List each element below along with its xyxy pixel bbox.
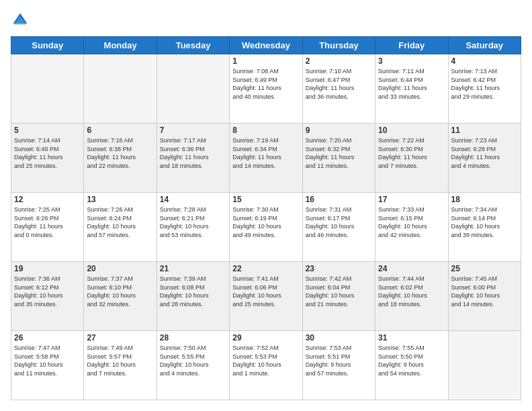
day-number: 29 (232, 333, 299, 342)
day-number: 25 (451, 264, 518, 273)
weekday-header: Tuesday (157, 37, 229, 54)
day-number: 23 (306, 264, 372, 273)
day-number: 14 (160, 195, 226, 204)
day-info: Sunrise: 7:50 AM Sunset: 5:55 PM Dayligh… (160, 344, 226, 377)
day-info: Sunrise: 7:44 AM Sunset: 6:02 PM Dayligh… (378, 275, 445, 308)
calendar-cell (11, 54, 84, 124)
day-number: 17 (378, 195, 445, 204)
calendar-cell: 13Sunrise: 7:26 AM Sunset: 6:24 PM Dayli… (84, 193, 157, 262)
calendar-cell: 7Sunrise: 7:17 AM Sunset: 6:36 PM Daylig… (157, 124, 229, 193)
day-number: 12 (14, 195, 81, 204)
day-number: 8 (232, 126, 299, 135)
weekday-header: Wednesday (230, 37, 302, 54)
day-number: 20 (87, 264, 153, 273)
day-info: Sunrise: 7:28 AM Sunset: 6:21 PM Dayligh… (160, 205, 226, 239)
calendar-cell: 21Sunrise: 7:39 AM Sunset: 6:08 PM Dayli… (157, 262, 229, 331)
calendar-cell: 25Sunrise: 7:45 AM Sunset: 6:00 PM Dayli… (448, 262, 521, 331)
day-info: Sunrise: 7:08 AM Sunset: 6:49 PM Dayligh… (232, 67, 299, 101)
calendar-cell: 26Sunrise: 7:47 AM Sunset: 5:58 PM Dayli… (11, 331, 84, 400)
day-info: Sunrise: 7:39 AM Sunset: 6:08 PM Dayligh… (160, 275, 226, 308)
day-info: Sunrise: 7:52 AM Sunset: 5:53 PM Dayligh… (232, 344, 299, 377)
day-number: 3 (378, 56, 445, 66)
day-info: Sunrise: 7:16 AM Sunset: 6:38 PM Dayligh… (87, 136, 153, 170)
calendar-cell (157, 54, 229, 124)
day-number: 13 (87, 195, 153, 204)
day-info: Sunrise: 7:49 AM Sunset: 5:57 PM Dayligh… (87, 344, 153, 377)
calendar-cell: 5Sunrise: 7:14 AM Sunset: 6:40 PM Daylig… (11, 124, 84, 193)
calendar-cell: 27Sunrise: 7:49 AM Sunset: 5:57 PM Dayli… (84, 331, 157, 400)
header (11, 11, 521, 30)
day-number: 11 (451, 126, 518, 135)
day-number: 24 (378, 264, 445, 273)
day-info: Sunrise: 7:45 AM Sunset: 6:00 PM Dayligh… (451, 275, 518, 308)
day-number: 1 (232, 56, 299, 66)
calendar-cell: 18Sunrise: 7:34 AM Sunset: 6:14 PM Dayli… (448, 193, 521, 262)
calendar-table: SundayMondayTuesdayWednesdayThursdayFrid… (11, 36, 521, 400)
calendar-cell: 16Sunrise: 7:31 AM Sunset: 6:17 PM Dayli… (302, 193, 375, 262)
day-info: Sunrise: 7:47 AM Sunset: 5:58 PM Dayligh… (14, 344, 81, 377)
day-number: 21 (160, 264, 226, 273)
calendar-cell: 3Sunrise: 7:11 AM Sunset: 6:44 PM Daylig… (375, 54, 448, 124)
day-number: 5 (14, 126, 81, 135)
day-number: 19 (14, 264, 81, 273)
calendar-cell: 19Sunrise: 7:36 AM Sunset: 6:12 PM Dayli… (11, 262, 84, 331)
day-number: 26 (14, 333, 81, 342)
calendar-cell: 12Sunrise: 7:25 AM Sunset: 6:26 PM Dayli… (11, 193, 84, 262)
calendar-cell: 1Sunrise: 7:08 AM Sunset: 6:49 PM Daylig… (230, 54, 302, 124)
calendar-cell: 9Sunrise: 7:20 AM Sunset: 6:32 PM Daylig… (302, 124, 375, 193)
day-info: Sunrise: 7:37 AM Sunset: 6:10 PM Dayligh… (87, 275, 153, 308)
day-number: 7 (160, 126, 226, 135)
calendar-cell: 22Sunrise: 7:41 AM Sunset: 6:06 PM Dayli… (230, 262, 302, 331)
day-number: 4 (451, 56, 518, 66)
day-info: Sunrise: 7:55 AM Sunset: 5:50 PM Dayligh… (378, 344, 445, 377)
calendar-cell (84, 54, 157, 124)
day-number: 27 (87, 333, 153, 342)
day-info: Sunrise: 7:17 AM Sunset: 6:36 PM Dayligh… (160, 136, 226, 170)
day-number: 28 (160, 333, 226, 342)
logo (11, 11, 32, 30)
day-number: 9 (306, 126, 372, 135)
day-info: Sunrise: 7:42 AM Sunset: 6:04 PM Dayligh… (306, 275, 372, 308)
calendar-cell: 2Sunrise: 7:10 AM Sunset: 6:47 PM Daylig… (302, 54, 375, 124)
day-info: Sunrise: 7:22 AM Sunset: 6:30 PM Dayligh… (378, 136, 445, 170)
day-info: Sunrise: 7:23 AM Sunset: 6:28 PM Dayligh… (451, 136, 518, 170)
day-info: Sunrise: 7:25 AM Sunset: 6:26 PM Dayligh… (14, 205, 81, 239)
calendar-cell: 23Sunrise: 7:42 AM Sunset: 6:04 PM Dayli… (302, 262, 375, 331)
calendar-cell: 24Sunrise: 7:44 AM Sunset: 6:02 PM Dayli… (375, 262, 448, 331)
calendar-cell: 6Sunrise: 7:16 AM Sunset: 6:38 PM Daylig… (84, 124, 157, 193)
day-number: 15 (232, 195, 299, 204)
calendar-cell: 31Sunrise: 7:55 AM Sunset: 5:50 PM Dayli… (375, 331, 448, 400)
calendar-cell: 17Sunrise: 7:33 AM Sunset: 6:15 PM Dayli… (375, 193, 448, 262)
day-info: Sunrise: 7:31 AM Sunset: 6:17 PM Dayligh… (306, 205, 372, 239)
day-number: 31 (378, 333, 445, 342)
weekday-header: Sunday (11, 37, 84, 54)
day-number: 30 (306, 333, 372, 342)
day-number: 10 (378, 126, 445, 135)
day-info: Sunrise: 7:34 AM Sunset: 6:14 PM Dayligh… (451, 205, 518, 239)
day-number: 16 (306, 195, 372, 204)
day-number: 18 (451, 195, 518, 204)
day-info: Sunrise: 7:13 AM Sunset: 6:42 PM Dayligh… (451, 67, 518, 101)
day-info: Sunrise: 7:33 AM Sunset: 6:15 PM Dayligh… (378, 205, 445, 239)
day-number: 22 (232, 264, 299, 273)
day-info: Sunrise: 7:20 AM Sunset: 6:32 PM Dayligh… (306, 136, 372, 170)
day-info: Sunrise: 7:53 AM Sunset: 5:51 PM Dayligh… (306, 344, 372, 377)
calendar-cell: 4Sunrise: 7:13 AM Sunset: 6:42 PM Daylig… (448, 54, 521, 124)
day-number: 6 (87, 126, 153, 135)
page: SundayMondayTuesdayWednesdayThursdayFrid… (0, 0, 532, 411)
calendar-cell: 8Sunrise: 7:19 AM Sunset: 6:34 PM Daylig… (230, 124, 302, 193)
day-info: Sunrise: 7:19 AM Sunset: 6:34 PM Dayligh… (232, 136, 299, 170)
calendar-cell: 30Sunrise: 7:53 AM Sunset: 5:51 PM Dayli… (302, 331, 375, 400)
calendar-cell: 14Sunrise: 7:28 AM Sunset: 6:21 PM Dayli… (157, 193, 229, 262)
calendar-cell (448, 331, 521, 400)
day-info: Sunrise: 7:41 AM Sunset: 6:06 PM Dayligh… (232, 275, 299, 308)
calendar-cell: 11Sunrise: 7:23 AM Sunset: 6:28 PM Dayli… (448, 124, 521, 193)
calendar-cell: 20Sunrise: 7:37 AM Sunset: 6:10 PM Dayli… (84, 262, 157, 331)
weekday-header: Friday (375, 37, 448, 54)
weekday-header: Monday (84, 37, 157, 54)
day-info: Sunrise: 7:36 AM Sunset: 6:12 PM Dayligh… (14, 275, 81, 308)
day-info: Sunrise: 7:11 AM Sunset: 6:44 PM Dayligh… (378, 67, 445, 101)
calendar-cell: 28Sunrise: 7:50 AM Sunset: 5:55 PM Dayli… (157, 331, 229, 400)
calendar-cell: 10Sunrise: 7:22 AM Sunset: 6:30 PM Dayli… (375, 124, 448, 193)
day-info: Sunrise: 7:10 AM Sunset: 6:47 PM Dayligh… (306, 67, 372, 101)
